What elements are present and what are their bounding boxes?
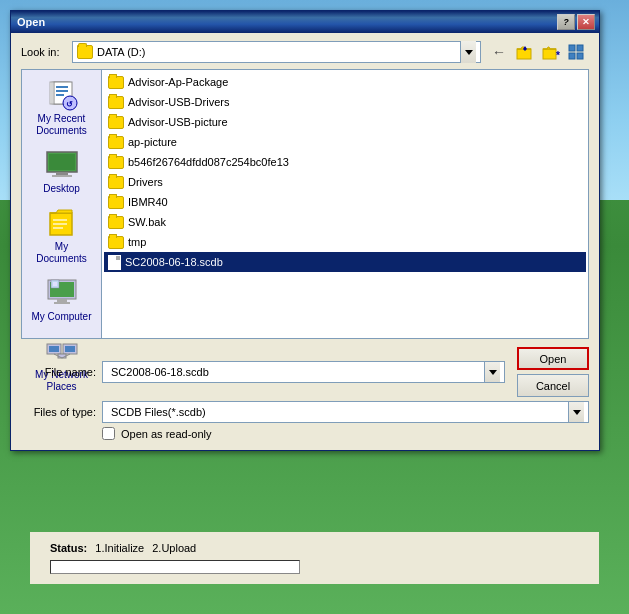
svg-rect-26 — [53, 227, 63, 229]
desktop-icon — [46, 149, 78, 181]
sidebar-item-recent-documents[interactable]: ↺ My Recent Documents — [26, 74, 98, 142]
sidebar-item-desktop-label: Desktop — [43, 183, 80, 195]
file-item[interactable]: SC2008-06-18.scdb — [104, 252, 586, 272]
file-item[interactable]: Advisor-Ap-Package — [104, 72, 586, 92]
svg-rect-25 — [53, 223, 67, 225]
files-of-type-value: SCDB Files(*.scdb) — [107, 406, 568, 418]
file-item-name: Drivers — [128, 176, 163, 188]
file-name-value: SC2008-06-18.scdb — [107, 366, 484, 378]
file-list[interactable]: Advisor-Ap-PackageAdvisor-USB-DriversAdv… — [101, 69, 589, 339]
open-readonly-label: Open as read-only — [121, 428, 212, 440]
folder-icon — [77, 45, 93, 59]
file-name-label: File name: — [21, 366, 96, 378]
my-computer-icon — [46, 277, 78, 309]
main-area: ↺ My Recent Documents Desktop — [21, 69, 589, 339]
open-readonly-checkbox[interactable] — [102, 427, 115, 440]
file-item[interactable]: IBMR40 — [104, 192, 586, 212]
new-folder-icon: * — [542, 44, 560, 60]
svg-rect-15 — [56, 94, 64, 96]
file-item[interactable]: Advisor-USB-Drivers — [104, 92, 586, 112]
file-item[interactable]: Drivers — [104, 172, 586, 192]
back-button[interactable]: ← — [487, 41, 511, 63]
svg-rect-29 — [57, 299, 67, 302]
file-item-name: SC2008-06-18.scdb — [125, 256, 223, 268]
svg-rect-30 — [54, 302, 70, 304]
recent-documents-icon: ↺ — [46, 79, 78, 111]
file-item-name: IBMR40 — [128, 196, 168, 208]
folder-icon — [108, 216, 124, 229]
svg-rect-32 — [53, 282, 57, 286]
svg-rect-19 — [49, 154, 75, 170]
up-folder-icon — [516, 44, 534, 60]
svg-rect-14 — [56, 90, 68, 92]
file-icon — [108, 255, 121, 270]
svg-rect-21 — [52, 175, 72, 177]
file-name-arrow-icon — [489, 370, 497, 375]
new-folder-button[interactable]: * — [539, 41, 563, 63]
file-item-name: SW.bak — [128, 216, 166, 228]
svg-rect-24 — [53, 219, 67, 221]
file-name-input[interactable]: SC2008-06-18.scdb — [102, 361, 505, 383]
svg-rect-6 — [569, 45, 575, 51]
svg-rect-9 — [577, 53, 583, 59]
file-item-name: Advisor-USB-picture — [128, 116, 228, 128]
folder-icon — [108, 76, 124, 89]
svg-rect-13 — [56, 86, 68, 88]
open-button[interactable]: Open — [517, 347, 589, 370]
file-item[interactable]: SW.bak — [104, 212, 586, 232]
look-in-value: DATA (D:) — [97, 46, 145, 58]
file-item[interactable]: tmp — [104, 232, 586, 252]
cancel-button[interactable]: Cancel — [517, 374, 589, 397]
files-of-type-select[interactable]: SCDB Files(*.scdb) — [102, 401, 589, 423]
file-item-name: Advisor-USB-Drivers — [128, 96, 229, 108]
close-button[interactable]: ✕ — [577, 14, 595, 30]
file-name-dropdown[interactable] — [484, 362, 500, 382]
status-step2: 2.Upload — [152, 542, 196, 554]
files-of-type-arrow-icon — [573, 410, 581, 415]
sidebar-item-my-documents[interactable]: My Documents — [26, 202, 98, 270]
status-label: Status: — [50, 542, 87, 554]
status-panel: Status: 1.Initialize 2.Upload — [30, 532, 599, 584]
file-item[interactable]: Advisor-USB-picture — [104, 112, 586, 132]
help-button[interactable]: ? — [557, 14, 575, 30]
svg-marker-23 — [50, 210, 72, 213]
svg-rect-20 — [56, 172, 68, 175]
views-button[interactable] — [565, 41, 589, 63]
sidebar-item-my-computer[interactable]: My Computer — [26, 272, 98, 328]
sidebar: ↺ My Recent Documents Desktop — [21, 69, 101, 339]
files-of-type-dropdown[interactable] — [568, 402, 584, 422]
open-dialog: Open ? ✕ Look in: DATA (D:) ← — [10, 10, 600, 451]
look-in-label: Look in: — [21, 46, 66, 58]
look-in-select[interactable]: DATA (D:) — [72, 41, 481, 63]
file-item[interactable]: b546f26764dfdd087c254bc0fe13 — [104, 152, 586, 172]
title-bar-buttons: ? ✕ — [557, 14, 595, 30]
file-item[interactable]: ap-picture — [104, 132, 586, 152]
files-of-type-row: Files of type: SCDB Files(*.scdb) — [21, 401, 589, 423]
svg-rect-8 — [569, 53, 575, 59]
svg-rect-7 — [577, 45, 583, 51]
look-in-dropdown-arrow[interactable] — [460, 41, 476, 63]
file-item-name: b546f26764dfdd087c254bc0fe13 — [128, 156, 289, 168]
svg-text:↺: ↺ — [66, 100, 73, 109]
up-folder-button[interactable] — [513, 41, 537, 63]
svg-rect-3 — [543, 49, 556, 59]
dropdown-triangle — [465, 50, 473, 55]
sidebar-item-my-documents-label: My Documents — [29, 241, 95, 265]
folder-icon — [108, 136, 124, 149]
readonly-checkbox-row: Open as read-only — [21, 427, 589, 440]
folder-icon — [108, 116, 124, 129]
file-item-name: ap-picture — [128, 136, 177, 148]
folder-icon — [108, 156, 124, 169]
file-item-name: Advisor-Ap-Package — [128, 76, 228, 88]
look-in-value-container: DATA (D:) — [77, 45, 460, 59]
my-documents-icon — [46, 207, 78, 239]
file-name-row: File name: SC2008-06-18.scdb Open Cancel — [21, 347, 589, 397]
files-of-type-label: Files of type: — [21, 406, 96, 418]
look-in-row: Look in: DATA (D:) ← — [21, 41, 589, 63]
folder-icon — [108, 176, 124, 189]
bottom-area: File name: SC2008-06-18.scdb Open Cancel… — [21, 347, 589, 440]
sidebar-item-my-computer-label: My Computer — [31, 311, 91, 323]
svg-marker-4 — [543, 47, 556, 49]
sidebar-item-desktop[interactable]: Desktop — [26, 144, 98, 200]
progress-bar — [50, 560, 300, 574]
